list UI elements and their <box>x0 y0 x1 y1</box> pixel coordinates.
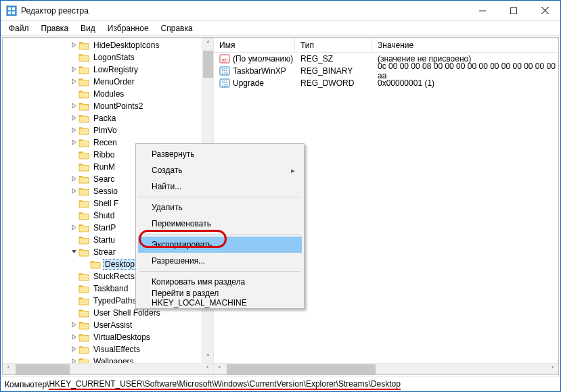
scroll-up-icon[interactable]: ˄ <box>202 38 213 49</box>
scroll-down-icon[interactable]: ˅ <box>202 351 213 363</box>
menu-file[interactable]: Файл <box>3 22 35 34</box>
scroll-thumb-h[interactable] <box>227 364 376 374</box>
expander-closed-icon[interactable] <box>69 175 78 183</box>
folder-icon <box>78 90 89 99</box>
scroll-thumb[interactable] <box>203 51 213 78</box>
svg-rect-3 <box>8 11 11 14</box>
tree-item-label: TypedPaths <box>92 296 137 305</box>
context-item[interactable]: Перейти в раздел HKEY_LOCAL_MACHINE <box>138 290 302 306</box>
tree-item[interactable]: Packa <box>3 112 213 124</box>
folder-icon <box>78 41 89 50</box>
folder-icon <box>78 66 89 74</box>
value-data: 0x00000001 (1) <box>372 78 558 88</box>
context-item-label: Создать <box>152 166 183 175</box>
tree-item-label: LowRegistry <box>92 65 139 74</box>
expander-closed-icon[interactable] <box>69 139 78 147</box>
expander-closed-icon[interactable] <box>69 66 78 74</box>
tree-item[interactable]: PlmVo <box>3 124 213 137</box>
tree-item[interactable]: HideDesktopIcons <box>3 39 213 51</box>
menu-favorites[interactable]: Избранное <box>102 22 154 34</box>
folder-icon <box>78 53 89 62</box>
menubar: Файл Правка Вид Избранное Справка <box>1 21 560 36</box>
value-row[interactable]: UpgradeREG_DWORD0x00000001 (1) <box>214 77 558 89</box>
scroll-left-icon[interactable]: ˂ <box>3 364 14 374</box>
submenu-arrow-icon: ▸ <box>291 166 295 175</box>
context-item[interactable]: Экспортировать <box>138 237 302 253</box>
folder-icon <box>78 126 89 135</box>
tree-item-label: Packa <box>92 114 117 123</box>
menu-help[interactable]: Справка <box>156 22 198 34</box>
expander-closed-icon[interactable] <box>69 41 78 49</box>
tree-item-label: Desktop <box>104 260 136 269</box>
expander-open-icon[interactable] <box>69 248 78 256</box>
tree-item[interactable]: LogonStats <box>3 51 213 64</box>
context-item[interactable]: Разрешения... <box>138 253 302 269</box>
tree-item[interactable]: MenuOrder <box>3 76 213 88</box>
value-type: REG_BINARY <box>295 66 372 76</box>
context-item-label: Копировать имя раздела <box>152 277 245 287</box>
context-item[interactable]: Развернуть <box>138 146 302 162</box>
col-value[interactable]: Значение <box>372 38 558 52</box>
tree-item[interactable]: VirtualDesktops <box>3 331 213 343</box>
tree-item[interactable]: MountPoints2 <box>3 100 213 112</box>
minimize-button[interactable] <box>467 1 498 20</box>
menu-view[interactable]: Вид <box>75 22 101 34</box>
expander-closed-icon[interactable] <box>69 224 78 232</box>
svg-rect-2 <box>12 7 15 10</box>
col-type[interactable]: Тип <box>295 38 372 52</box>
tree-item-label: RunM <box>92 162 116 172</box>
context-item[interactable]: Удалить <box>138 199 302 216</box>
scroll-right-icon[interactable]: ˃ <box>202 364 213 374</box>
tree-item-label: Strear <box>92 247 117 257</box>
tree-item-label: StuckRects3 <box>92 272 140 281</box>
tree-item[interactable]: UserAssist <box>3 319 213 331</box>
close-button[interactable] <box>529 1 560 20</box>
expander-closed-icon[interactable] <box>69 114 78 122</box>
list-scrollbar-horizontal[interactable]: ˂ ˃ <box>214 363 558 374</box>
scroll-thumb-h[interactable] <box>16 364 70 374</box>
tree-scrollbar-horizontal[interactable]: ˂ ˃ <box>3 363 213 374</box>
maximize-button[interactable] <box>498 1 529 20</box>
tree-item-label: Ribbo <box>92 150 116 160</box>
expander-closed-icon[interactable] <box>69 345 78 353</box>
svg-rect-6 <box>511 7 517 14</box>
folder-icon <box>78 212 89 220</box>
context-item[interactable]: Копировать имя раздела <box>138 274 302 290</box>
col-name[interactable]: Имя <box>214 38 295 52</box>
tree-item-label: MountPoints2 <box>92 101 144 111</box>
context-item-label: Развернуть <box>152 149 195 159</box>
context-item[interactable]: Найти... <box>138 178 302 195</box>
value-name: (По умолчанию) <box>233 54 293 64</box>
context-item-label: Перейти в раздел HKEY_LOCAL_MACHINE <box>152 289 295 308</box>
expander-closed-icon[interactable] <box>69 321 78 329</box>
tree-item-label: Sessio <box>92 187 119 196</box>
tree-item[interactable]: VisualEffects <box>3 343 213 356</box>
value-type: REG_DWORD <box>295 78 372 88</box>
tree-item[interactable]: Modules <box>3 88 213 100</box>
value-name: Upgrade <box>233 78 264 88</box>
expander-closed-icon[interactable] <box>69 126 78 134</box>
expander-closed-icon[interactable] <box>69 333 78 341</box>
tree-item-label: StartP <box>92 223 117 232</box>
tree-item[interactable]: LowRegistry <box>3 64 213 76</box>
tree-item-label: UserAssist <box>92 320 133 330</box>
folder-icon <box>78 248 89 257</box>
context-item[interactable]: Переименовать <box>138 216 302 232</box>
tree-item-label: LogonStats <box>92 53 136 62</box>
folder-icon <box>78 163 89 172</box>
scroll-right-icon[interactable]: ˃ <box>547 364 558 374</box>
folder-icon <box>78 139 89 147</box>
value-row[interactable]: TaskbarWinXPREG_BINARY0c 00 00 00 08 00 … <box>214 65 558 77</box>
expander-closed-icon[interactable] <box>69 78 78 86</box>
context-item[interactable]: Создать▸ <box>138 162 302 178</box>
folder-icon <box>78 199 89 208</box>
scroll-left-icon[interactable]: ˂ <box>214 364 225 374</box>
expander-closed-icon[interactable] <box>69 102 78 110</box>
window-controls <box>467 1 560 20</box>
status-prefix: Компьютер\ <box>5 380 49 389</box>
statusbar: Компьютер\HKEY_CURRENT_USER\Software\Mic… <box>1 376 560 391</box>
folder-icon <box>78 187 89 196</box>
status-path: HKEY_CURRENT_USER\Software\Microsoft\Win… <box>49 379 401 390</box>
menu-edit[interactable]: Правка <box>36 22 74 34</box>
expander-closed-icon[interactable] <box>69 187 78 195</box>
